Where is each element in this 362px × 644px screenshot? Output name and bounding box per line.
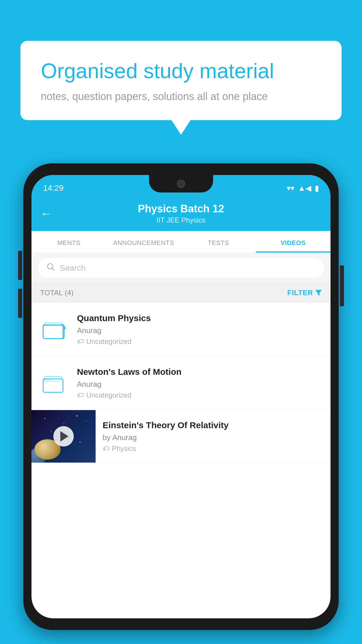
phone-notch [149,175,213,192]
video-author: by Anurag [103,433,324,442]
search-input[interactable]: Search [60,263,86,273]
video-info: Newton's Laws of Motion Anurag 🏷 Uncateg… [77,367,322,399]
video-tag: 🏷 Uncategorized [77,337,322,346]
svg-rect-6 [43,325,63,339]
phone-screen: 14:29 ▾▾ ▲◀ ▮ ← Physics Batch 12 IIT JEE… [31,175,331,618]
status-icons: ▾▾ ▲◀ ▮ [287,184,319,193]
total-count: TOTAL (4) [40,289,74,297]
wifi-icon: ▾▾ [287,184,294,193]
filter-bar: TOTAL (4) FILTER [31,283,331,303]
search-container: Search [31,253,331,283]
volume-down-button[interactable] [18,289,22,318]
back-button[interactable]: ← [40,207,52,220]
battery-icon: ▮ [315,184,319,193]
tag-icon: 🏷 [77,337,84,346]
search-bar[interactable]: Search [37,258,325,278]
video-title: Newton's Laws of Motion [77,367,322,377]
list-item[interactable]: Quantum Physics Anurag 🏷 Uncategorized [31,303,331,356]
tab-videos[interactable]: VIDEOS [256,231,331,253]
tab-announcements[interactable]: ANNOUNCEMENTS [106,231,181,253]
list-item[interactable]: Einstein's Theory Of Relativity by Anura… [31,410,331,463]
list-item[interactable]: Newton's Laws of Motion Anurag 🏷 Uncateg… [31,356,331,410]
video-title: Einstein's Theory Of Relativity [103,420,324,430]
volume-up-button[interactable] [18,251,22,280]
video-tag: 🏷 Physics [103,444,324,453]
tag-icon: 🏷 [77,391,84,399]
play-button[interactable] [53,426,74,447]
speech-bubble-container: Organised study material notes, question… [20,41,342,120]
video-tag: 🏷 Uncategorized [77,391,322,399]
folder-icon [40,316,69,343]
tabs-container: MENTS ANNOUNCEMENTS TESTS VIDEOS [31,231,331,253]
video-thumbnail [31,410,96,463]
status-time: 14:29 [43,183,64,193]
power-button[interactable] [340,265,344,306]
signal-icon: ▲◀ [298,184,311,193]
bubble-title: Organised study material [41,58,321,83]
app-header: ← Physics Batch 12 IIT JEE Physics [31,196,331,231]
tab-ments[interactable]: MENTS [31,231,106,253]
svg-line-1 [52,268,54,270]
header-title: Physics Batch 12 [138,203,224,215]
header-subtitle: IIT JEE Physics [157,216,205,224]
svg-marker-2 [315,290,322,296]
video-info: Quantum Physics Anurag 🏷 Uncategorized [77,313,322,346]
phone-outer: 14:29 ▾▾ ▲◀ ▮ ← Physics Batch 12 IIT JEE… [23,163,339,630]
tag-icon: 🏷 [103,444,110,453]
video-list: Quantum Physics Anurag 🏷 Uncategorized [31,303,331,463]
video-title: Quantum Physics [77,313,322,323]
filter-button[interactable]: FILTER [287,289,322,297]
camera-icon [177,180,185,188]
bubble-subtitle: notes, question papers, solutions all at… [41,90,321,103]
video-info: Einstein's Theory Of Relativity by Anura… [96,412,331,461]
video-author: Anurag [77,326,322,335]
phone-container: 14:29 ▾▾ ▲◀ ▮ ← Physics Batch 12 IIT JEE… [23,163,339,630]
tab-tests[interactable]: TESTS [181,231,256,253]
speech-bubble: Organised study material notes, question… [20,41,342,120]
folder-icon [40,370,69,396]
search-icon [46,262,55,273]
video-author: Anurag [77,380,322,389]
